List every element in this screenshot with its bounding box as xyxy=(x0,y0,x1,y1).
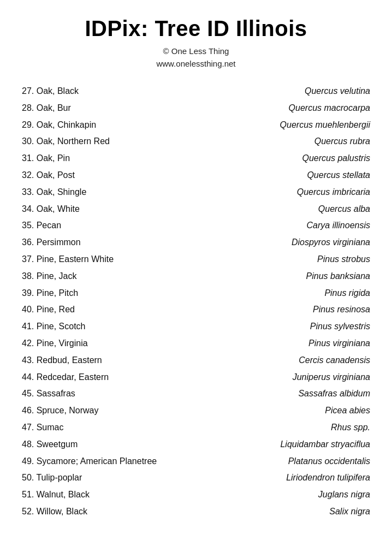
scientific-name: Quercus macrocarpa xyxy=(272,102,370,115)
tree-row: 43. Redbud, EasternCercis canadensis xyxy=(22,352,370,369)
tree-row: 42. Pine, VirginiaPinus virginiana xyxy=(22,335,370,352)
scientific-name: Salix nigra xyxy=(313,505,370,519)
scientific-name: Pinus strobus xyxy=(301,253,370,266)
tree-row: 30. Oak, Northern RedQuercus rubra xyxy=(22,133,370,150)
common-name: 28. Oak, Bur xyxy=(22,102,186,115)
tree-row: 35. PecanCarya illinoensis xyxy=(22,217,370,234)
common-name: 31. Oak, Pin xyxy=(22,152,186,165)
tree-row: 39. Pine, PitchPinus rigida xyxy=(22,285,370,302)
tree-row: 47. SumacRhus spp. xyxy=(22,419,370,436)
page-title: IDPix: Tree ID Illinois xyxy=(22,16,370,41)
scientific-name: Pinus virginiana xyxy=(292,337,370,351)
tree-row: 34. Oak, WhiteQuercus alba xyxy=(22,201,370,218)
tree-row: 36. PersimmonDiospyros virginiana xyxy=(22,234,370,251)
tree-row: 37. Pine, Eastern WhitePinus strobus xyxy=(22,251,370,268)
common-name: 29. Oak, Chinkapin xyxy=(22,118,186,132)
scientific-name: Pinus resinosa xyxy=(296,303,370,317)
scientific-name: Picea abies xyxy=(308,404,370,418)
subtitle-line2: www.onelessthing.net xyxy=(22,58,370,70)
subtitle-line1: © One Less Thing xyxy=(22,45,370,58)
scientific-name: Sassafras albidum xyxy=(282,387,370,401)
scientific-name: Pinus sylvestris xyxy=(294,320,370,334)
scientific-name: Quercus stellata xyxy=(290,169,370,182)
common-name: 40. Pine, Red xyxy=(22,303,186,317)
common-name: 52. Willow, Black xyxy=(22,505,186,519)
tree-row: 40. Pine, RedPinus resinosa xyxy=(22,301,370,318)
scientific-name: Juglans nigra xyxy=(302,488,370,502)
common-name: 44. Redcedar, Eastern xyxy=(22,371,186,384)
common-name: 32. Oak, Post xyxy=(22,169,186,182)
common-name: 33. Oak, Shingle xyxy=(22,186,186,199)
scientific-name: Liquidambar stryaciflua xyxy=(264,438,370,452)
tree-row: 32. Oak, PostQuercus stellata xyxy=(22,167,370,184)
common-name: 43. Redbud, Eastern xyxy=(22,354,186,367)
tree-row: 49. Sycamore; American PlanetreePlatanus… xyxy=(22,453,370,470)
tree-row: 28. Oak, BurQuercus macrocarpa xyxy=(22,100,370,117)
subtitle: © One Less Thing www.onelessthing.net xyxy=(22,45,370,70)
common-name: 27. Oak, Black xyxy=(22,85,186,98)
tree-row: 48. SweetgumLiquidambar stryaciflua xyxy=(22,436,370,453)
tree-row: 41. Pine, ScotchPinus sylvestris xyxy=(22,318,370,335)
scientific-name: Quercus alba xyxy=(302,203,370,216)
common-name: 42. Pine, Virginia xyxy=(22,337,186,351)
common-name: 48. Sweetgum xyxy=(22,438,186,452)
common-name: 45. Sassafras xyxy=(22,387,186,401)
common-name: 30. Oak, Northern Red xyxy=(22,135,186,149)
scientific-name: Diospyros virginiana xyxy=(275,236,370,250)
tree-row: 50. Tulip-poplarLiriodendron tulipifera xyxy=(22,470,370,486)
scientific-name: Rhus spp. xyxy=(314,421,370,435)
common-name: 41. Pine, Scotch xyxy=(22,320,186,334)
scientific-name: Quercus imbricaria xyxy=(281,186,370,199)
tree-row: 45. SassafrasSassafras albidum xyxy=(22,385,370,402)
tree-row: 44. Redcedar, EasternJuniperus virginian… xyxy=(22,369,370,386)
common-name: 39. Pine, Pitch xyxy=(22,287,186,300)
tree-row: 38. Pine, JackPinus banksiana xyxy=(22,268,370,285)
tree-row: 33. Oak, ShingleQuercus imbricaria xyxy=(22,184,370,201)
scientific-name: Quercus rubra xyxy=(298,135,370,149)
tree-row: 31. Oak, PinQuercus palustris xyxy=(22,150,370,167)
common-name: 34. Oak, White xyxy=(22,203,186,216)
scientific-name: Pinus rigida xyxy=(308,287,370,300)
scientific-name: Pinus banksiana xyxy=(290,270,370,283)
scientific-name: Quercus palustris xyxy=(286,152,371,165)
tree-row: 51. Walnut, BlackJuglans nigra xyxy=(22,486,370,503)
common-name: 38. Pine, Jack xyxy=(22,270,186,283)
tree-row: 46. Spruce, NorwayPicea abies xyxy=(22,402,370,419)
tree-row: 27. Oak, BlackQuercus velutina xyxy=(22,83,370,100)
scientific-name: Juniperus virginiana xyxy=(276,371,370,384)
tree-row: 52. Willow, BlackSalix nigra xyxy=(22,503,370,520)
scientific-name: Carya illinoensis xyxy=(290,219,371,233)
common-name: 46. Spruce, Norway xyxy=(22,404,186,418)
common-name: 37. Pine, Eastern White xyxy=(22,253,186,266)
common-name: 47. Sumac xyxy=(22,421,186,435)
scientific-name: Platanus occidentalis xyxy=(272,455,370,468)
scientific-name: Quercus velutina xyxy=(288,85,370,98)
common-name: 49. Sycamore; American Planetree xyxy=(22,455,186,468)
tree-row: 29. Oak, ChinkapinQuercus muehlenbergii xyxy=(22,117,370,134)
scientific-name: Cercis canadensis xyxy=(282,354,370,367)
common-name: 50. Tulip-poplar xyxy=(22,471,186,485)
common-name: 51. Walnut, Black xyxy=(22,488,186,502)
scientific-name: Quercus muehlenbergii xyxy=(264,118,370,132)
tree-list: 27. Oak, BlackQuercus velutina28. Oak, B… xyxy=(22,83,370,520)
scientific-name: Liriodendron tulipifera xyxy=(270,471,370,485)
common-name: 35. Pecan xyxy=(22,219,186,233)
common-name: 36. Persimmon xyxy=(22,236,186,250)
